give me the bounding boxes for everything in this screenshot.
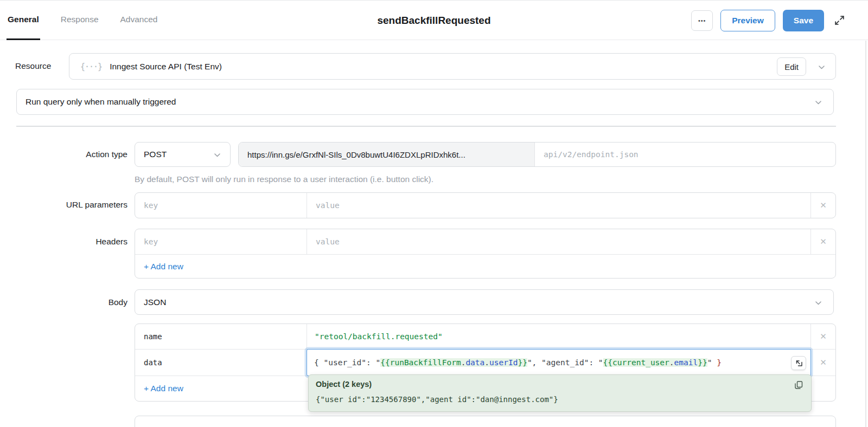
run-mode-select[interactable]: Run query only when manually triggered (16, 89, 834, 115)
query-editor-header: General Response Advanced sendBackfillRe… (0, 1, 868, 40)
query-title: sendBackfillRequested (377, 1, 490, 40)
body-format-select[interactable]: JSON (135, 289, 834, 315)
remove-header-button[interactable]: ✕ (810, 229, 835, 254)
save-button[interactable]: Save (783, 10, 824, 31)
body-row-name: name "retool/backfill.requested" ✕ (135, 324, 835, 349)
resource-name: Inngest Source API (Test Env) (110, 62, 222, 72)
preview-button[interactable]: Preview (720, 10, 775, 31)
copy-value-button[interactable] (794, 380, 803, 392)
close-icon: ✕ (820, 200, 827, 210)
url-param-key-input[interactable] (135, 193, 307, 218)
close-icon: ✕ (820, 332, 827, 341)
header-row: ✕ (135, 229, 835, 254)
scrollbar-track[interactable] (865, 41, 866, 427)
url-param-value-cell (307, 193, 810, 218)
copy-icon (794, 380, 803, 390)
next-section-partial (135, 416, 836, 427)
url-param-value-input[interactable] (307, 193, 810, 218)
header-value-cell (307, 229, 810, 254)
body-name-value-cell[interactable]: "retool/backfill.requested" (307, 324, 810, 349)
add-header-button[interactable]: + Add new (135, 254, 835, 278)
edit-resource-button[interactable]: Edit (777, 57, 806, 76)
code-content: { "user_id": "{{runBackfillForm.data.use… (314, 358, 722, 367)
close-icon: ✕ (820, 237, 827, 247)
header-key-input[interactable] (135, 229, 307, 254)
resource-label: Resource (15, 61, 51, 71)
url-parameter-row: ✕ (135, 193, 835, 218)
body-label: Body (19, 297, 127, 307)
url-parameters-label: URL parameters (19, 200, 127, 210)
fullscreen-icon (834, 15, 845, 26)
header-value-input[interactable] (307, 229, 810, 254)
chevron-down-icon (819, 62, 825, 72)
action-type-label: Action type (19, 150, 127, 159)
evaluation-value: {"user_id":"1234567890","agent_id":"dan@… (316, 395, 803, 404)
url-base: https://inn.gs/e/GrxfNl-SIls_0Dv8buwtU4I… (239, 143, 535, 166)
action-help-text: By default, POST will only run in respon… (135, 174, 433, 184)
remove-body-data-button[interactable]: ✕ (810, 350, 835, 376)
url-field: https://inn.gs/e/GrxfNl-SIls_0Dv8buwtU4I… (238, 142, 836, 167)
run-mode-value: Run query only when manually triggered (25, 97, 176, 107)
editor-tabs: General Response Advanced (7, 1, 158, 40)
pop-out-editor-icon (795, 359, 803, 367)
rest-api-resource-icon: {···} (80, 62, 102, 72)
tab-advanced[interactable]: Advanced (119, 1, 159, 40)
url-endpoint-input[interactable] (535, 143, 835, 166)
evaluation-type-label: Object (2 keys) (316, 380, 372, 389)
query-editor-panel: General Response Advanced sendBackfillRe… (0, 0, 868, 427)
close-icon: ✕ (820, 358, 827, 367)
http-method-select[interactable]: POST (135, 142, 231, 167)
header-actions: ••• Preview Save (691, 1, 845, 40)
section-divider (16, 126, 836, 127)
body-format-value: JSON (144, 297, 166, 307)
body-data-key-cell[interactable]: data (135, 350, 307, 376)
open-in-editor-button[interactable] (791, 356, 806, 370)
body-name-key-cell[interactable]: name (135, 324, 307, 349)
url-parameters-group: ✕ (135, 192, 836, 218)
header-key-cell (135, 229, 307, 254)
chevron-down-icon (815, 97, 821, 107)
remove-body-name-button[interactable]: ✕ (810, 324, 835, 349)
url-param-key-cell (135, 193, 307, 218)
body-data-value-cell: { "user_id": "{{runBackfillForm.data.use… (307, 350, 810, 376)
remove-url-param-button[interactable]: ✕ (810, 193, 835, 218)
ellipsis-icon: ••• (698, 17, 706, 24)
expand-editor-panel-button[interactable] (834, 15, 845, 26)
http-method-value: POST (144, 150, 167, 159)
resource-select[interactable]: {···} Inngest Source API (Test Env) Edit (69, 53, 836, 80)
headers-group: ✕ + Add new (135, 229, 836, 279)
evaluation-preview-popup: Object (2 keys) {"user_id":"1234567890",… (308, 374, 812, 412)
tab-response[interactable]: Response (60, 1, 100, 40)
headers-label: Headers (19, 237, 127, 247)
body-key-name: data (144, 358, 162, 367)
body-data-code-editor[interactable]: { "user_id": "{{runBackfillForm.data.use… (307, 349, 811, 376)
body-name-value: "retool/backfill.requested" (315, 332, 443, 341)
tab-general[interactable]: General (7, 1, 40, 40)
body-row-data: data { "user_id": "{{runBackfillForm.dat… (135, 349, 835, 376)
body-key-name: name (144, 332, 162, 341)
chevron-down-icon (815, 297, 821, 307)
chevron-down-icon (214, 150, 220, 159)
more-options-button[interactable]: ••• (691, 10, 713, 31)
